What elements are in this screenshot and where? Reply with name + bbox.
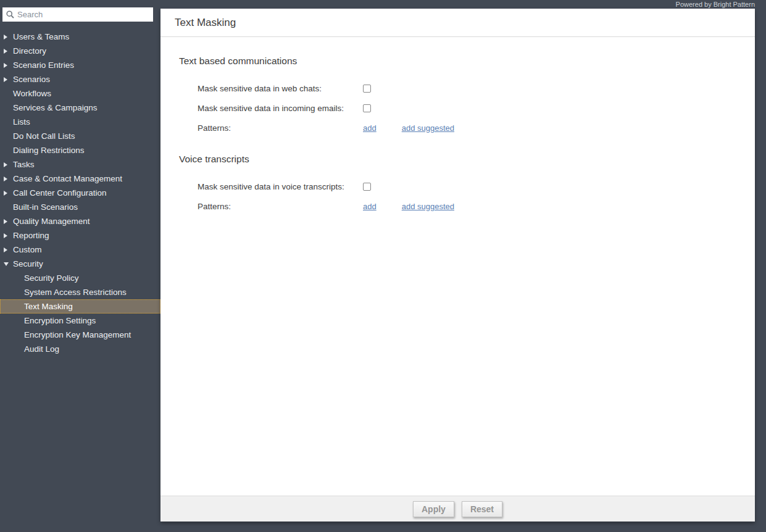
- mask-incoming-emails-checkbox[interactable]: [363, 104, 371, 112]
- sidebar-item-scenario-entries[interactable]: Scenario Entries: [0, 58, 160, 72]
- field-label: Patterns:: [198, 123, 363, 133]
- sidebar-item-directory[interactable]: Directory: [0, 44, 160, 58]
- sidebar-item-label: Case & Contact Management: [13, 174, 122, 183]
- sidebar-item-label: Call Center Configuration: [13, 188, 107, 197]
- sidebar-item-workflows[interactable]: Workflows: [0, 86, 160, 101]
- apply-button[interactable]: Apply: [413, 501, 454, 517]
- expand-arrow-icon[interactable]: [4, 162, 7, 167]
- sidebar-item-dialing-restrictions[interactable]: Dialing Restrictions: [0, 143, 160, 157]
- section-heading-text-based: Text based communications: [179, 56, 297, 67]
- field-label: Patterns:: [198, 202, 363, 211]
- form-row-incoming-emails: Mask sensitive data in incoming emails:: [198, 102, 371, 114]
- sidebar-item-label: Users & Teams: [13, 32, 69, 41]
- sidebar-item-label: Services & Campaigns: [13, 103, 98, 112]
- sidebar-item-label: Workflows: [13, 89, 51, 98]
- sidebar-item-built-in-scenarios[interactable]: Built-in Scenarios: [0, 200, 160, 214]
- navigation-tree: Users & Teams Directory Scenario Entries…: [0, 30, 160, 356]
- panel-footer: Apply Reset: [160, 496, 755, 522]
- expand-arrow-icon[interactable]: [4, 49, 7, 54]
- sidebar-item-scenarios[interactable]: Scenarios: [0, 72, 160, 86]
- sidebar-item-label: Scenario Entries: [13, 60, 74, 70]
- sidebar-item-label: Do Not Call Lists: [13, 131, 75, 141]
- expand-arrow-icon[interactable]: [4, 233, 7, 238]
- expand-arrow-icon[interactable]: [4, 77, 7, 82]
- sidebar-item-users-teams[interactable]: Users & Teams: [0, 30, 160, 44]
- sidebar-item-label: Directory: [13, 46, 46, 56]
- sidebar-item-label: Tasks: [13, 160, 35, 169]
- expand-arrow-icon[interactable]: [4, 219, 7, 224]
- sidebar-item-encryption-key-management[interactable]: Encryption Key Management: [0, 328, 160, 342]
- page-title: Text Masking: [175, 17, 236, 29]
- sidebar-item-audit-log[interactable]: Audit Log: [0, 342, 160, 356]
- expand-arrow-icon[interactable]: [4, 191, 7, 196]
- sidebar-item-quality-management[interactable]: Quality Management: [0, 214, 160, 228]
- sidebar-item-security[interactable]: Security: [0, 257, 160, 271]
- sidebar-item-text-masking[interactable]: Text Masking: [0, 299, 160, 314]
- sidebar-item-system-access-restrictions[interactable]: System Access Restrictions: [0, 285, 160, 299]
- add-suggested-pattern-link[interactable]: add suggested: [402, 202, 454, 211]
- form-row-voice-transcripts: Mask sensitive data in voice transcripts…: [198, 180, 371, 193]
- sidebar-item-label: Security Policy: [24, 273, 79, 283]
- sidebar-item-call-center-configuration[interactable]: Call Center Configuration: [0, 186, 160, 200]
- sidebar-item-encryption-settings[interactable]: Encryption Settings: [0, 314, 160, 328]
- powered-by-label: Powered by Bright Pattern: [676, 0, 755, 9]
- search-input[interactable]: [17, 9, 149, 20]
- sidebar-item-tasks[interactable]: Tasks: [0, 157, 160, 172]
- reset-button[interactable]: Reset: [462, 501, 502, 517]
- add-pattern-link[interactable]: add: [363, 123, 377, 133]
- sidebar-item-label: Quality Management: [13, 217, 90, 226]
- sidebar-item-label: Scenarios: [13, 75, 50, 84]
- sidebar-item-label: Built-in Scenarios: [13, 202, 78, 212]
- sidebar-item-label: Custom: [13, 245, 42, 254]
- sidebar-item-label: Dialing Restrictions: [13, 146, 85, 155]
- sidebar-item-label: Text Masking: [24, 302, 73, 311]
- sidebar-item-case-contact-management[interactable]: Case & Contact Management: [0, 172, 160, 186]
- panel-header: Text Masking: [160, 9, 755, 37]
- section-heading-voice-transcripts: Voice transcripts: [179, 154, 249, 165]
- sidebar-item-label: Encryption Key Management: [24, 330, 131, 339]
- sidebar: Users & Teams Directory Scenario Entries…: [0, 0, 160, 532]
- search-icon: [6, 10, 14, 19]
- sidebar-item-lists[interactable]: Lists: [0, 115, 160, 129]
- mask-web-chats-checkbox[interactable]: [363, 85, 371, 93]
- sidebar-item-label: Reporting: [13, 231, 49, 240]
- collapse-arrow-icon[interactable]: [4, 262, 9, 266]
- sidebar-item-do-not-call-lists[interactable]: Do Not Call Lists: [0, 129, 160, 143]
- add-pattern-link[interactable]: add: [363, 202, 377, 211]
- expand-arrow-icon[interactable]: [4, 177, 7, 181]
- sidebar-item-label: Encryption Settings: [24, 316, 96, 325]
- sidebar-item-security-policy[interactable]: Security Policy: [0, 271, 160, 285]
- main-panel: Text Masking Text based communications M…: [160, 9, 755, 522]
- sidebar-item-custom[interactable]: Custom: [0, 243, 160, 257]
- field-label: Mask sensitive data in voice transcripts…: [198, 182, 363, 191]
- sidebar-item-label: Lists: [13, 117, 30, 127]
- sidebar-item-label: Security: [13, 259, 43, 268]
- sidebar-item-label: System Access Restrictions: [24, 288, 127, 297]
- mask-voice-transcripts-checkbox[interactable]: [363, 183, 371, 191]
- expand-arrow-icon[interactable]: [4, 247, 7, 252]
- field-label: Mask sensitive data in web chats:: [198, 84, 363, 93]
- sidebar-item-services-campaigns[interactable]: Services & Campaigns: [0, 101, 160, 115]
- sidebar-item-reporting[interactable]: Reporting: [0, 228, 160, 243]
- expand-arrow-icon[interactable]: [4, 63, 7, 68]
- add-suggested-pattern-link[interactable]: add suggested: [402, 123, 454, 133]
- field-label: Mask sensitive data in incoming emails:: [198, 104, 363, 113]
- sidebar-item-label: Audit Log: [24, 344, 59, 354]
- expand-arrow-icon[interactable]: [4, 35, 7, 39]
- search-box[interactable]: [2, 7, 153, 22]
- form-row-voice-patterns: Patterns: add add suggested: [198, 200, 454, 212]
- form-row-text-patterns: Patterns: add add suggested: [198, 122, 454, 134]
- form-row-web-chats: Mask sensitive data in web chats:: [198, 82, 371, 94]
